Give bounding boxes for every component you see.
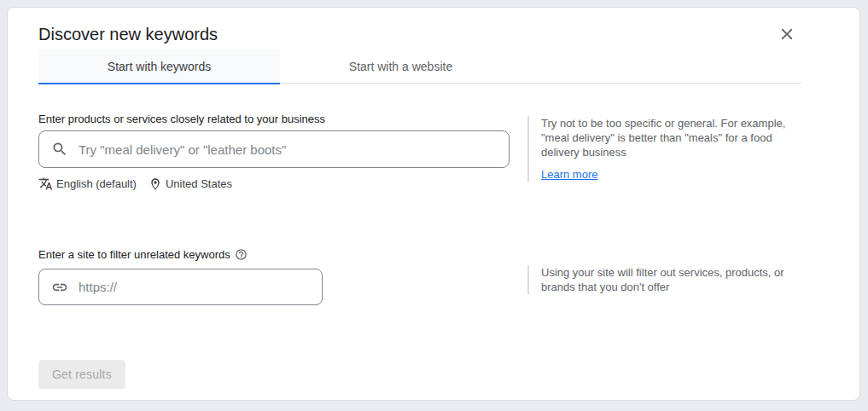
help-circle-icon [235,248,248,261]
get-results-button[interactable]: Get results [38,360,125,389]
dialog-title: Discover new keywords [38,25,218,44]
keywords-help-note: Try not to be too specific or general. F… [527,116,809,182]
translate-icon [38,177,53,191]
tab-label: Start with keywords [108,60,211,73]
location-label: United States [166,177,232,190]
site-label-text: Enter a site to filter unrelated keyword… [38,248,230,261]
tab-start-with-keywords[interactable]: Start with keywords [38,49,280,84]
site-input-box [38,269,323,305]
active-tab-underline [38,83,280,84]
discover-keywords-dialog: Discover new keywords Start with keyword… [7,7,860,401]
keywords-input-label: Enter products or services closely relat… [38,113,325,125]
location-pin-icon [149,177,162,191]
learn-more-link[interactable]: Learn more [541,167,597,182]
tab-start-with-a-website[interactable]: Start with a website [280,49,521,84]
site-help-note: Using your site will filter out services… [527,265,809,294]
language-selector[interactable]: English (default) [38,177,137,191]
site-help-text: Using your site will filter out services… [541,266,784,293]
keywords-help-text: Try not to be too specific or general. F… [541,117,785,159]
location-selector[interactable]: United States [149,177,232,191]
keywords-search-input[interactable] [79,142,497,157]
help-tooltip-trigger[interactable] [235,248,248,261]
search-icon [51,141,68,158]
keywords-input-box [38,130,510,168]
targeting-row: English (default) United States [38,177,232,191]
close-icon [778,25,796,43]
close-button[interactable] [776,23,798,45]
site-url-input[interactable] [79,280,310,294]
tab-label: Start with a website [349,60,452,73]
link-icon [51,279,68,296]
language-label: English (default) [56,177,137,190]
tab-bar: Start with keywords Start with a website [38,49,801,84]
site-input-label: Enter a site to filter unrelated keyword… [38,248,248,261]
